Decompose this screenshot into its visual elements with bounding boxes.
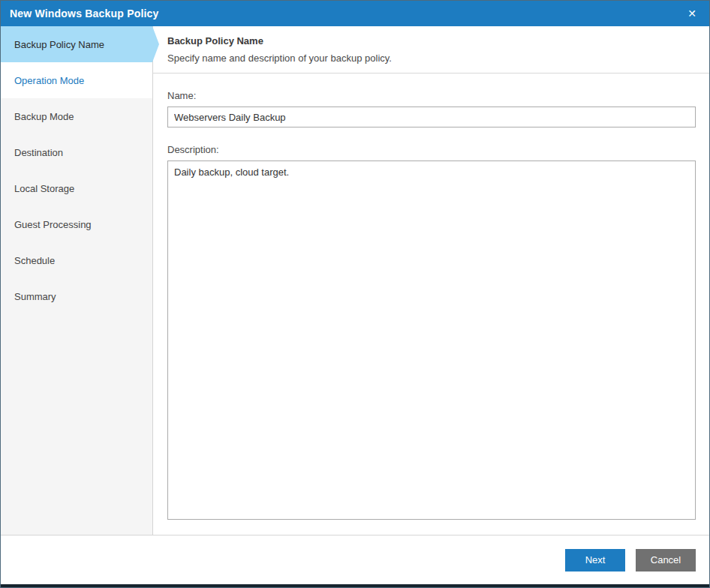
sidebar-item-label: Local Storage <box>14 183 74 194</box>
sidebar-item-backup-mode: Backup Mode <box>1 98 152 134</box>
next-button[interactable]: Next <box>565 549 625 572</box>
window-title: New Windows Backup Policy <box>10 8 159 20</box>
description-label: Description: <box>167 144 696 155</box>
step-header: Backup Policy Name Specify name and desc… <box>153 26 709 74</box>
sidebar-item-label: Backup Policy Name <box>14 39 104 50</box>
sidebar-item-backup-policy-name[interactable]: Backup Policy Name <box>1 26 152 62</box>
sidebar-item-schedule: Schedule <box>1 242 152 278</box>
cancel-button[interactable]: Cancel <box>636 549 696 572</box>
sidebar-item-operation-mode[interactable]: Operation Mode <box>1 62 152 98</box>
sidebar-item-label: Destination <box>14 147 63 158</box>
sidebar-item-label: Operation Mode <box>14 75 84 86</box>
titlebar: New Windows Backup Policy ✕ <box>1 1 709 26</box>
sidebar-item-label: Backup Mode <box>14 111 74 122</box>
sidebar-item-summary: Summary <box>1 278 152 314</box>
window-bottom-edge <box>1 584 709 587</box>
wizard-body: Backup Policy Name Operation Mode Backup… <box>1 26 709 535</box>
new-backup-policy-wizard: New Windows Backup Policy ✕ Backup Polic… <box>0 0 710 588</box>
policy-name-input[interactable] <box>167 106 696 128</box>
sidebar-item-guest-processing: Guest Processing <box>1 206 152 242</box>
step-description: Specify name and description of your bac… <box>167 52 694 64</box>
sidebar-item-local-storage: Local Storage <box>1 170 152 206</box>
sidebar-item-label: Guest Processing <box>14 219 92 230</box>
policy-name-form: Name: Description: Daily backup, cloud t… <box>153 74 709 535</box>
wizard-steps-sidebar: Backup Policy Name Operation Mode Backup… <box>1 26 153 535</box>
step-content: Backup Policy Name Specify name and desc… <box>153 26 709 535</box>
wizard-footer: Next Cancel <box>1 535 709 584</box>
close-icon[interactable]: ✕ <box>684 5 700 22</box>
step-title: Backup Policy Name <box>167 35 694 46</box>
name-label: Name: <box>167 90 696 101</box>
sidebar-item-label: Summary <box>14 291 56 302</box>
policy-description-textarea[interactable]: Daily backup, cloud target. <box>167 160 696 520</box>
sidebar-item-label: Schedule <box>14 255 55 266</box>
sidebar-item-destination: Destination <box>1 134 152 170</box>
